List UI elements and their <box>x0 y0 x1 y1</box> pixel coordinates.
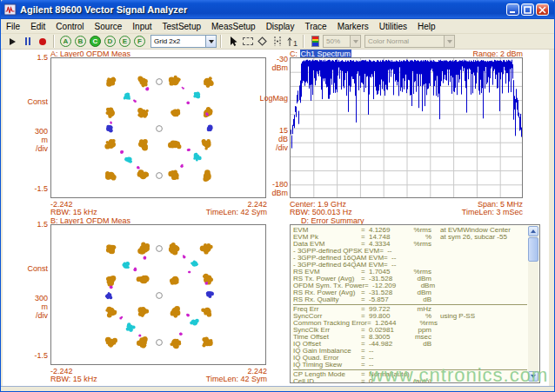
trace-button-e[interactable]: E <box>119 36 130 47</box>
equals-sign: = <box>361 296 369 303</box>
error-summary-row: RS Rx. Quality=-5.857dB <box>293 296 527 303</box>
metric-unit: dB <box>405 296 431 303</box>
panel-a-ymin-label: -1.5 <box>17 184 48 193</box>
app-window: Agilent 89600 Vector Signal Analyzer Fil… <box>0 0 555 392</box>
menu-item-markers[interactable]: Markers <box>332 21 374 32</box>
pointer-tool-button[interactable] <box>225 35 240 49</box>
spectrum-plot-c[interactable] <box>290 57 523 198</box>
equals-sign: = <box>361 378 369 383</box>
trace-button-f[interactable]: F <box>134 36 145 47</box>
panel-a-rbw-label: RBW: 15 kHz <box>50 208 97 216</box>
menu-item-trace[interactable]: Trace <box>299 21 331 32</box>
grid-layout-select[interactable]: Grid 2x2 <box>150 35 217 48</box>
toolbar-separator <box>303 35 304 48</box>
panel-c-ymin-label: -180dBm <box>262 180 288 197</box>
restart-measurement-button[interactable] <box>5 35 20 49</box>
menu-item-edit[interactable]: Edit <box>25 21 50 32</box>
dropdown-arrow-icon[interactable] <box>350 36 360 47</box>
metric-name: Cell ID <box>293 378 361 383</box>
band-marker-button[interactable] <box>270 35 284 49</box>
diamond-marker-icon <box>257 37 267 46</box>
metric-unit: dB <box>405 341 431 348</box>
title-bar[interactable]: Agilent 89600 Vector Signal Analyzer <box>1 0 554 19</box>
panel-c-rbw-label: RBW: 500.013 Hz <box>290 208 352 216</box>
constellation-plot-b[interactable] <box>50 224 266 365</box>
panel-c-ymax-label: -30dBm <box>262 55 288 72</box>
cursor-icon <box>228 36 238 47</box>
menu-item-display[interactable]: Display <box>261 21 300 32</box>
peak-marker-icon: 1 <box>287 36 298 47</box>
toolbar-separator <box>220 35 222 48</box>
toolbar-separator <box>53 35 55 48</box>
record-icon <box>39 38 46 45</box>
error-summary-scrollbar[interactable] <box>528 226 538 382</box>
metric-value: -- <box>369 355 405 362</box>
panel-b-scale-label: 300m/div <box>17 294 48 320</box>
color-mode-select[interactable]: Color Normal <box>364 35 455 48</box>
toolbar: ABCDEF Grid 2x2 1 50% Color Normal <box>1 34 554 50</box>
menu-item-control[interactable]: Control <box>50 21 89 32</box>
error-summary-separator <box>293 304 527 305</box>
trace-button-d[interactable]: D <box>104 36 116 47</box>
maximize-button[interactable] <box>521 3 534 16</box>
panel-b-ymin-label: -1.5 <box>17 351 48 360</box>
trace-button-b[interactable]: B <box>75 36 86 47</box>
close-button[interactable] <box>536 3 549 16</box>
minimize-button[interactable] <box>506 3 519 16</box>
trace-button-a[interactable]: A <box>60 36 71 47</box>
zoom-level-value: 50% <box>324 37 350 45</box>
menu-item-meassetup[interactable]: MeasSetup <box>206 21 261 32</box>
window-title: Agilent 89600 Vector Signal Analyzer <box>20 4 506 15</box>
window-bottom-frame <box>1 386 554 392</box>
color-scale-button[interactable] <box>308 35 323 49</box>
app-icon <box>4 3 17 16</box>
metric-name: IQ Timing Skew <box>293 362 361 369</box>
error-summary-rows: EVM=4.1269%rmsat EVMWindow CenterEVM Pk=… <box>293 227 527 383</box>
rainbow-icon <box>311 36 319 47</box>
menu-item-utilities[interactable]: Utilities <box>374 21 412 32</box>
panel-a-ymax-label: 1.5 <box>17 53 48 62</box>
color-mode-value: Color Normal <box>365 37 444 45</box>
metric-value: -- <box>391 255 428 262</box>
menu-item-file[interactable]: File <box>1 21 25 32</box>
menu-item-testsetup[interactable]: TestSetup <box>157 21 206 32</box>
pause-measurement-button[interactable] <box>20 35 35 49</box>
dropdown-arrow-icon[interactable] <box>205 36 216 47</box>
trace-button-group: ABCDEF <box>58 36 147 47</box>
scroll-up-icon <box>531 229 536 233</box>
marker-tool-button[interactable] <box>255 35 270 49</box>
metric-extra: at sym 26, subcar -55 <box>440 233 507 241</box>
error-summary-row: EVM Pk=14.748%at sym 26, subcar -55 <box>293 234 527 241</box>
panel-b-rbw-label: RBW: 15 kHz <box>50 375 97 383</box>
metric-value: -44.982 <box>369 341 405 348</box>
watermark: www.cntronics.com <box>370 364 548 387</box>
error-summary-row: Time Offset=8.3005msec <box>293 334 527 341</box>
menu-item-help[interactable]: Help <box>412 21 441 32</box>
scroll-up-button[interactable] <box>528 226 538 236</box>
metric-name: RS Rx. Quality <box>293 296 361 303</box>
zoom-level-select[interactable]: 50% <box>323 35 361 48</box>
svg-text:1: 1 <box>293 39 298 47</box>
trace-button-c[interactable]: C <box>90 36 101 47</box>
band-marker-icon <box>272 36 283 47</box>
record-button[interactable] <box>35 35 50 49</box>
menu-item-input[interactable]: Input <box>127 21 157 32</box>
equals-sign: = <box>361 362 369 369</box>
scrollbar-thumb[interactable] <box>528 237 538 262</box>
panel-c-timelen-label: TimeLen: 3 mSec <box>418 208 523 216</box>
marquee-icon <box>243 37 253 45</box>
error-summary-panel[interactable]: EVM=4.1269%rmsat EVMWindow CenterEVM Pk=… <box>290 224 540 383</box>
metric-unit: %rms <box>405 241 431 248</box>
panel-a-scale-label: 300m/div <box>17 127 48 153</box>
menu-item-source[interactable]: Source <box>90 21 128 32</box>
menu-bar: FileEditControlSourceInputTestSetupMeasS… <box>1 19 554 34</box>
dropdown-arrow-icon[interactable] <box>444 36 454 47</box>
constellation-plot-a[interactable] <box>50 57 266 198</box>
zoom-select-tool-button[interactable] <box>240 35 255 49</box>
metric-value: -5.857 <box>369 296 405 303</box>
panel-c-scale-label: 15dB/div <box>262 126 288 152</box>
grid-layout-value: Grid 2x2 <box>151 37 205 45</box>
metric-extra: using P-SS <box>440 312 475 320</box>
panel-a-format-label: Const <box>17 97 48 106</box>
marker-to-peak-button[interactable]: 1 <box>284 35 299 49</box>
